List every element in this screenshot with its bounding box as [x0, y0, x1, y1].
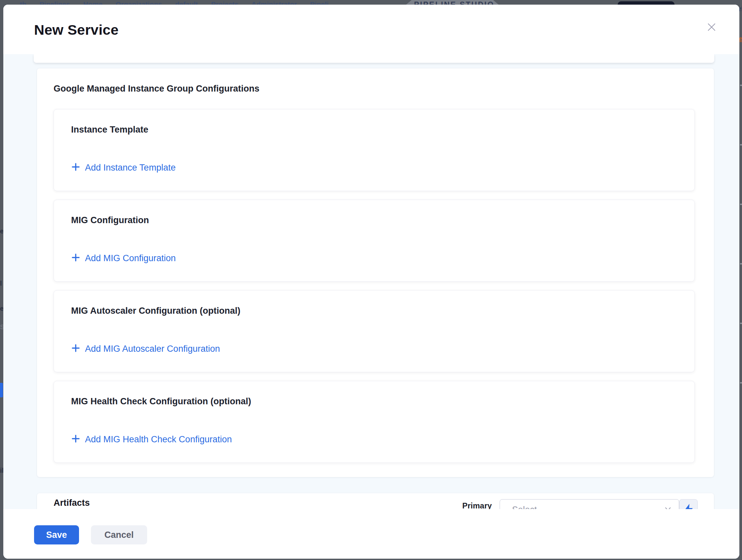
background-left-fragment: l	[0, 280, 3, 287]
instance-template-card: Instance Template Add Instance Template	[54, 109, 695, 191]
card-title: Instance Template	[71, 125, 677, 135]
background-right-tick	[740, 204, 742, 205]
background-right-tick	[740, 323, 742, 324]
mig-configuration-card: MIG Configuration Add MIG Configuration	[54, 200, 695, 282]
background-top-strip: th Pipelines Home Organizations default …	[0, 0, 742, 5]
background-left-blue-chip	[0, 383, 3, 397]
background-right-tick	[740, 144, 742, 146]
save-button[interactable]: Save	[34, 525, 79, 545]
add-link-label: Add MIG Autoscaler Configuration	[85, 344, 220, 354]
card-title: MIG Autoscaler Configuration (optional)	[71, 306, 677, 316]
close-button[interactable]	[704, 20, 719, 35]
dialog-footer: Save Cancel	[3, 509, 739, 559]
background-left-fragment: S	[0, 323, 3, 331]
dialog-header: New Service	[3, 5, 739, 54]
scrolled-card-bottom-sliver	[34, 54, 714, 63]
section-heading: Google Managed Instance Group Configurat…	[54, 83, 697, 94]
background-right-tick	[740, 382, 742, 384]
background-left-fragment: il	[0, 467, 3, 474]
plus-icon	[71, 162, 81, 173]
card-title: MIG Configuration	[71, 215, 677, 225]
new-service-dialog: New Service Google Managed Instance Grou…	[3, 5, 739, 559]
background-left-fragment: e	[0, 305, 3, 313]
mig-autoscaler-configuration-card: MIG Autoscaler Configuration (optional) …	[54, 290, 695, 372]
card-title: MIG Health Check Configuration (optional…	[71, 396, 677, 407]
add-instance-template-button[interactable]: Add Instance Template	[71, 162, 175, 173]
add-mig-autoscaler-configuration-button[interactable]: Add MIG Autoscaler Configuration	[71, 343, 220, 354]
background-breadcrumb-fragment: th Pipelines Home Organizations default …	[20, 0, 383, 5]
plus-icon	[71, 434, 81, 445]
background-right-tick	[740, 263, 742, 265]
pipeline-studio-label: PIPELINE STUDIO	[414, 0, 494, 5]
close-icon	[706, 22, 717, 34]
add-mig-configuration-button[interactable]: Add MIG Configuration	[71, 253, 176, 264]
dialog-title: New Service	[34, 22, 119, 38]
plus-icon	[71, 343, 81, 354]
add-link-label: Add MIG Configuration	[85, 253, 176, 264]
background-left-fragment: e	[0, 227, 3, 235]
background-run-pill	[618, 1, 675, 5]
plus-icon	[71, 253, 81, 264]
cancel-button[interactable]: Cancel	[91, 525, 147, 545]
mig-health-check-configuration-card: MIG Health Check Configuration (optional…	[54, 381, 695, 463]
mig-configurations-section: Google Managed Instance Group Configurat…	[37, 68, 714, 477]
add-link-label: Add MIG Health Check Configuration	[85, 434, 232, 445]
add-mig-health-check-configuration-button[interactable]: Add MIG Health Check Configuration	[71, 434, 232, 445]
add-link-label: Add Instance Template	[85, 163, 175, 173]
background-right-tick	[740, 85, 742, 86]
